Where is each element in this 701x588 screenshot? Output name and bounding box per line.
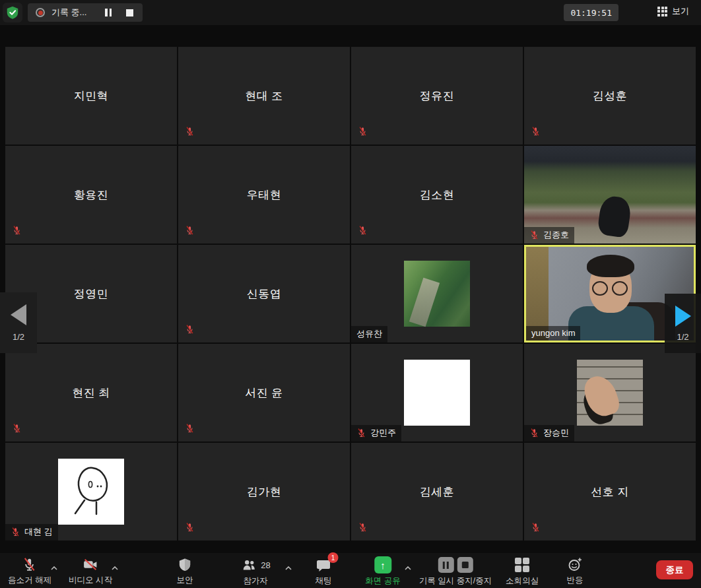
participant-tile[interactable]: 황용진: [5, 146, 177, 244]
participant-name: yungon kim: [531, 328, 575, 338]
participant-name: 현대 조: [245, 88, 283, 104]
participant-tile[interactable]: 대현 김: [5, 443, 177, 540]
participant-tile[interactable]: 신동엽: [178, 245, 350, 343]
muted-indicator: [185, 423, 195, 437]
meeting-timer: 01:19:51: [564, 4, 618, 21]
participant-avatar: [58, 459, 124, 525]
breakout-rooms-button[interactable]: 소회의실: [506, 556, 539, 587]
participant-name: 우태현: [247, 187, 282, 203]
participants-button[interactable]: 28 참가자: [240, 556, 270, 587]
recording-dot-icon: [36, 8, 45, 17]
share-screen-label: 화면 공유: [365, 575, 400, 587]
next-page-button[interactable]: 1/2: [665, 294, 701, 353]
participant-name: 김종호: [543, 229, 569, 241]
muted-mic-icon: [185, 126, 195, 137]
participant-name: 신동엽: [247, 286, 282, 302]
end-meeting-button[interactable]: 종료: [656, 560, 693, 579]
muted-indicator: [358, 522, 368, 536]
chat-button[interactable]: 1 채팅: [316, 556, 332, 587]
participant-tile[interactable]: 김성훈: [524, 47, 696, 145]
muted-indicator: [531, 126, 541, 140]
participant-tile[interactable]: 정유진: [351, 47, 523, 145]
participant-tile[interactable]: 장승민: [524, 344, 696, 441]
reactions-smiley-icon: [567, 556, 584, 573]
unmute-label: 음소거 해제: [8, 575, 51, 586]
pause-recording-icon[interactable]: [102, 6, 114, 19]
chevron-right-icon: [675, 306, 691, 327]
participant-tile[interactable]: 현대 조: [178, 47, 350, 145]
view-label: 보기: [672, 5, 689, 17]
top-bar: 기록 중... 01:19:51 보기: [0, 0, 701, 25]
record-control-label: 기록 일시 중지/중지: [419, 575, 492, 587]
muted-indicator: [358, 126, 368, 140]
participant-name: 선호 지: [591, 484, 629, 500]
participant-tile[interactable]: 서진 윤: [178, 344, 350, 441]
muted-mic-icon: [12, 423, 22, 434]
share-screen-button[interactable]: ↑ 화면 공유: [365, 556, 400, 587]
muted-mic-icon: [185, 324, 195, 335]
muted-indicator: [185, 225, 195, 239]
participant-name: 장승민: [543, 427, 569, 439]
participant-tile[interactable]: 선호 지: [524, 443, 696, 540]
participant-name-chip: yungon kim: [526, 326, 580, 341]
muted-mic-icon: [358, 126, 368, 137]
muted-mic-icon: [358, 522, 368, 533]
muted-mic-icon: [529, 428, 539, 439]
participants-options-chevron[interactable]: [285, 561, 292, 573]
participant-tile[interactable]: 김가현: [178, 443, 350, 540]
video-options-chevron[interactable]: [112, 561, 118, 573]
participant-name: 서진 윤: [245, 385, 283, 401]
muted-indicator: [358, 225, 368, 239]
participants-icon: [240, 557, 257, 573]
pause-recording-button[interactable]: [438, 557, 453, 573]
participant-tile[interactable]: 지민혁: [5, 47, 177, 145]
security-button[interactable]: 보안: [177, 556, 193, 586]
muted-mic-icon: [185, 423, 195, 434]
participant-tile[interactable]: 우태현: [178, 146, 350, 244]
participant-tile[interactable]: 성유찬: [351, 245, 523, 343]
participant-name: 정영민: [74, 286, 109, 302]
breakout-rooms-label: 소회의실: [506, 575, 539, 587]
participant-avatar: [577, 360, 643, 426]
stop-recording-button[interactable]: [457, 557, 473, 573]
muted-mic-icon: [356, 428, 366, 439]
participant-tile[interactable]: 김세훈: [351, 443, 523, 540]
muted-mic-icon: [529, 230, 539, 241]
security-status-button[interactable]: [3, 3, 22, 22]
previous-page-button[interactable]: 1/2: [0, 292, 37, 353]
audio-options-chevron[interactable]: [51, 561, 57, 573]
participant-name-chip: 강민주: [351, 425, 401, 441]
page-indicator-right: 1/2: [677, 332, 688, 342]
participant-tile[interactable]: 김종호: [524, 146, 696, 244]
muted-indicator: [12, 423, 22, 437]
participant-tile[interactable]: 현진 최: [5, 344, 177, 441]
participant-name: 강민주: [370, 427, 396, 439]
microphone-muted-icon: [21, 556, 38, 573]
participant-avatar: [404, 360, 470, 426]
participant-name: 성유찬: [356, 328, 382, 340]
participant-name-chip: 김종호: [524, 227, 574, 244]
share-options-chevron[interactable]: [405, 561, 411, 573]
participant-tile[interactable]: 김소현: [351, 146, 523, 244]
participant-name: 정유진: [420, 88, 455, 104]
stop-recording-icon[interactable]: [126, 9, 133, 16]
muted-mic-icon: [531, 126, 541, 137]
participant-name-chip: 성유찬: [351, 326, 387, 343]
participants-label: 참가자: [243, 575, 268, 587]
shield-check-icon: [5, 5, 20, 20]
participant-name-chip: 장승민: [524, 425, 574, 441]
unmute-button[interactable]: 음소거 해제: [8, 556, 51, 586]
reactions-button[interactable]: 반응: [567, 556, 584, 586]
security-label: 보안: [177, 575, 193, 586]
share-screen-icon: ↑: [374, 556, 391, 573]
muted-indicator: [185, 324, 195, 338]
chat-unread-badge: 1: [328, 552, 339, 563]
doodle-face-icon: [58, 459, 124, 525]
participant-name: 대현 김: [24, 526, 53, 538]
participant-name: 지민혁: [74, 88, 109, 104]
muted-indicator: [12, 225, 22, 239]
start-video-button[interactable]: 비디오 시작: [69, 556, 112, 586]
view-button[interactable]: 보기: [657, 5, 689, 17]
recording-indicator: 기록 중...: [28, 3, 143, 22]
participant-tile[interactable]: 강민주: [351, 344, 523, 441]
